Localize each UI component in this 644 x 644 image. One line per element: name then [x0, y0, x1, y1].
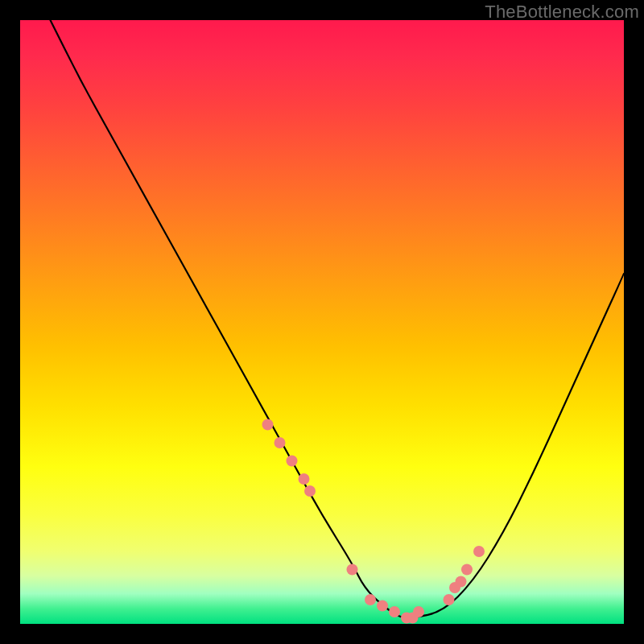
marker-dot — [377, 601, 388, 612]
marker-dot — [365, 594, 376, 605]
curve-line — [51, 20, 625, 618]
marker-dot — [304, 485, 316, 497]
marker-dot — [389, 606, 400, 617]
chart-svg — [20, 20, 624, 624]
marker-dot — [413, 606, 424, 617]
marker-dot — [287, 456, 298, 467]
marker-dot — [347, 564, 358, 576]
marker-dot — [473, 546, 485, 557]
marker-dot — [456, 576, 467, 588]
marker-dot — [444, 594, 455, 605]
plot-area — [20, 20, 624, 624]
chart-frame: TheBottleneck.com — [0, 0, 644, 644]
marker-group — [262, 419, 485, 624]
marker-dot — [299, 473, 310, 485]
marker-dot — [275, 437, 286, 448]
marker-dot — [262, 419, 274, 431]
marker-dot — [461, 564, 473, 576]
